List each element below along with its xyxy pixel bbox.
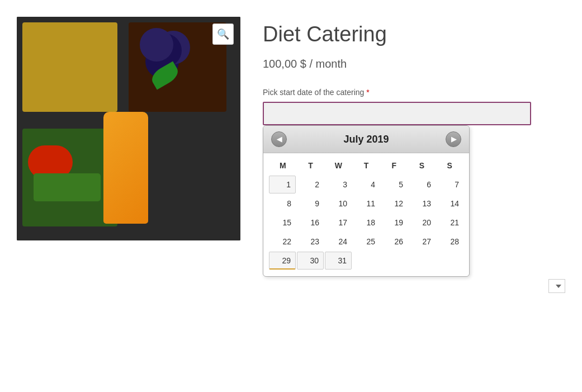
required-indicator: * xyxy=(364,88,369,97)
calendar-day-7[interactable]: 7 xyxy=(437,176,463,193)
calendar-day-26[interactable]: 26 xyxy=(381,233,408,251)
calendar-next-button[interactable]: ▶ xyxy=(446,131,461,147)
calendar-day-25[interactable]: 25 xyxy=(353,233,380,251)
calendar-day-23[interactable]: 23 xyxy=(297,233,324,251)
calendar-header: ◀ July 2019 ▶ xyxy=(263,126,469,153)
food-item-blueberries xyxy=(140,28,173,62)
calendar-day-10[interactable]: 10 xyxy=(325,195,352,212)
product-info-section: Diet Catering 100,00 $ / month Pick star… xyxy=(263,17,565,293)
product-price: 100,00 $ / month xyxy=(263,58,565,70)
weekday-mon: M xyxy=(269,158,297,173)
food-item-greens xyxy=(34,173,101,201)
dropdown-row xyxy=(263,279,565,293)
calendar-day-12[interactable]: 12 xyxy=(381,195,408,212)
calendar-day-empty-1 xyxy=(353,252,380,270)
calendar-day-13[interactable]: 13 xyxy=(409,195,436,212)
calendar-day-1[interactable]: 1 xyxy=(269,176,296,193)
page-container: 🔍 Diet Catering 100,00 $ / month Pick st… xyxy=(17,17,565,293)
calendar-day-3[interactable]: 3 xyxy=(325,176,352,193)
calendar-day-17[interactable]: 17 xyxy=(325,214,352,232)
weekday-sat: S xyxy=(408,158,436,173)
calendar-day-11[interactable]: 11 xyxy=(353,195,380,212)
calendar-day-2[interactable]: 2 xyxy=(297,176,324,193)
calendar-day-29[interactable]: 29 xyxy=(269,252,296,270)
weekday-tue: T xyxy=(297,158,325,173)
food-item-bottle xyxy=(103,112,148,224)
calendar-days: 1 2 3 4 5 6 7 8 9 10 11 12 13 14 15 xyxy=(269,176,463,270)
calendar-day-4[interactable]: 4 xyxy=(353,176,380,193)
calendar-day-9[interactable]: 9 xyxy=(297,195,324,212)
calendar-day-empty-3 xyxy=(409,252,436,270)
calendar: ◀ July 2019 ▶ M T W T F S S 1 2 xyxy=(263,125,470,277)
calendar-day-27[interactable]: 27 xyxy=(409,233,436,251)
weekday-sun: S xyxy=(436,158,463,173)
weekday-wed: W xyxy=(324,158,352,173)
calendar-day-30[interactable]: 30 xyxy=(297,252,324,270)
calendar-day-28[interactable]: 28 xyxy=(437,233,463,251)
calendar-day-16[interactable]: 16 xyxy=(297,214,324,232)
food-background xyxy=(17,17,240,240)
calendar-day-empty-4 xyxy=(437,252,463,270)
dropdown-select[interactable] xyxy=(548,279,565,293)
calendar-day-21[interactable]: 21 xyxy=(437,214,463,232)
calendar-day-empty-2 xyxy=(381,252,408,270)
calendar-day-20[interactable]: 20 xyxy=(409,214,436,232)
calendar-day-15[interactable]: 15 xyxy=(269,214,296,232)
product-title: Diet Catering xyxy=(263,22,565,46)
calendar-day-8[interactable]: 8 xyxy=(269,195,296,212)
calendar-day-31[interactable]: 31 xyxy=(325,252,352,270)
weekday-thu: T xyxy=(352,158,380,173)
date-input[interactable] xyxy=(263,102,531,125)
calendar-day-24[interactable]: 24 xyxy=(325,233,352,251)
date-picker-label: Pick start date of the catering xyxy=(263,88,364,97)
calendar-month-year: July 2019 xyxy=(343,134,389,145)
calendar-day-22[interactable]: 22 xyxy=(269,233,296,251)
weekday-fri: F xyxy=(380,158,408,173)
calendar-day-6[interactable]: 6 xyxy=(409,176,436,193)
product-image-section: 🔍 xyxy=(17,17,240,240)
calendar-day-18[interactable]: 18 xyxy=(353,214,380,232)
zoom-button[interactable]: 🔍 xyxy=(212,23,234,45)
calendar-prev-button[interactable]: ◀ xyxy=(271,131,287,147)
calendar-weekdays: M T W T F S S xyxy=(269,158,463,173)
calendar-day-19[interactable]: 19 xyxy=(381,214,408,232)
calendar-day-5[interactable]: 5 xyxy=(381,176,408,193)
calendar-day-14[interactable]: 14 xyxy=(437,195,463,212)
food-item-rice xyxy=(22,22,117,112)
calendar-grid: M T W T F S S 1 2 3 4 5 6 7 xyxy=(263,153,469,276)
product-image xyxy=(17,17,240,240)
